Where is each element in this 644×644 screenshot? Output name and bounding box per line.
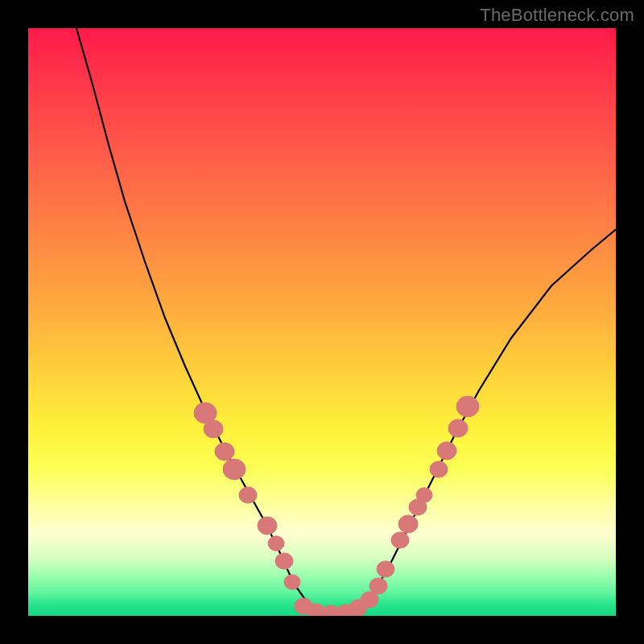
curve-bead <box>448 419 468 437</box>
bottleneck-curve-svg <box>28 28 616 616</box>
curve-bead <box>416 488 432 502</box>
curve-bead <box>215 443 234 460</box>
curve-bead <box>456 396 479 417</box>
curve-bead <box>223 459 246 480</box>
curve-bead <box>398 515 418 533</box>
watermark-text: TheBottleneck.com <box>480 5 634 26</box>
curve-bead <box>430 461 448 477</box>
curve-bead <box>204 420 223 438</box>
bottleneck-curve-path <box>76 28 616 614</box>
beads-group <box>194 396 479 616</box>
curve-bead <box>258 517 277 535</box>
curve-bead <box>361 592 378 608</box>
curve-bead <box>275 553 293 569</box>
curve-bead <box>437 442 456 460</box>
plot-area <box>28 28 616 616</box>
curve-bead <box>284 575 300 589</box>
curve-bead <box>377 561 394 577</box>
curve-bead <box>391 532 409 548</box>
chart-frame: TheBottleneck.com <box>0 0 644 644</box>
curve-bead <box>268 536 284 551</box>
curve-bead <box>239 487 257 503</box>
